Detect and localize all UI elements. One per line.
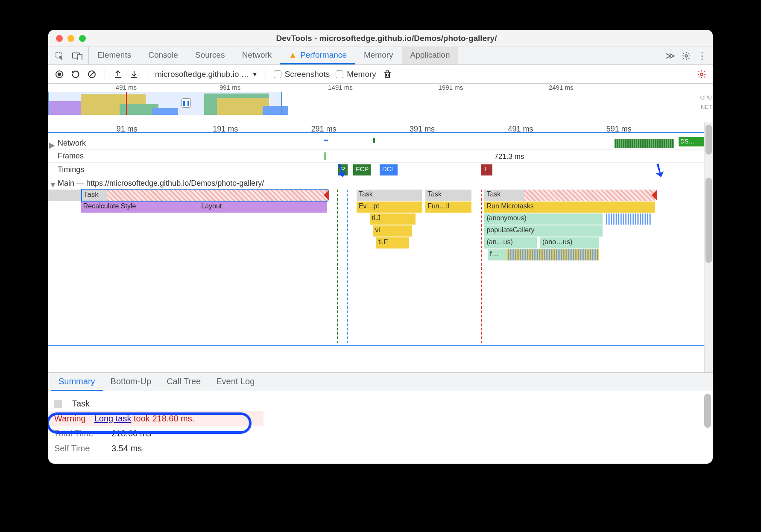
flame-chart[interactable]: 91 ms 191 ms 291 ms 391 ms 491 ms 591 ms… — [48, 122, 704, 372]
collapse-icon: ▼ — [49, 181, 57, 190]
settings-gear-icon[interactable] — [681, 51, 691, 61]
ds-bar: DS… — [679, 137, 704, 146]
more-tabs-icon[interactable]: ≫ — [665, 50, 675, 61]
flame-bar[interactable]: Task — [357, 190, 422, 201]
main-track-header[interactable]: ▼ Main — https://microsoftedge.github.io… — [48, 177, 704, 190]
device-toolbar-icon[interactable] — [72, 51, 82, 61]
tab-network[interactable]: Network — [234, 47, 281, 64]
tab-summary[interactable]: Summary — [51, 373, 103, 391]
tab-performance[interactable]: ▲ Performance — [280, 47, 355, 64]
close-window-button[interactable] — [56, 35, 63, 42]
inspect-element-icon[interactable] — [54, 51, 64, 61]
svg-point-5 — [58, 73, 61, 76]
flame-bar[interactable]: Ev…pt — [357, 202, 422, 213]
scrollbar-thumb[interactable] — [705, 178, 712, 263]
flame-bar[interactable]: ti.F — [376, 237, 409, 248]
warning-icon: ▲ — [289, 50, 297, 60]
details-tabbar: Summary Bottom-Up Call Tree Event Log — [48, 372, 713, 391]
flame-bar[interactable]: Fun…ll — [425, 202, 471, 213]
download-profile-icon[interactable] — [129, 69, 139, 79]
tab-event-log[interactable]: Event Log — [208, 373, 262, 391]
expand-icon: ▶ — [49, 140, 55, 150]
timeline-overview[interactable]: 491 ms 991 ms 1491 ms 1991 ms 2491 ms ❚❚… — [48, 84, 713, 122]
zoom-window-button[interactable] — [79, 35, 86, 42]
net-label: NET — [700, 102, 712, 112]
flame-bar[interactable]: (an…us) — [484, 237, 537, 248]
task-name: Task — [72, 399, 90, 409]
performance-toolbar: microsoftedge.github.io …▼ Screenshots M… — [48, 65, 713, 84]
scrollbar-thumb[interactable] — [704, 394, 711, 428]
capture-settings-icon[interactable] — [697, 69, 707, 79]
flame-bar[interactable]: vi — [373, 225, 412, 237]
traffic-lights — [48, 35, 86, 42]
flame-bar[interactable]: (ano…us) — [540, 237, 599, 248]
kebab-menu-icon[interactable]: ⋮ — [697, 50, 707, 61]
svg-line-7 — [89, 72, 94, 77]
tab-elements[interactable]: Elements — [89, 47, 140, 64]
time-ruler: 91 ms 191 ms 291 ms 391 ms 491 ms 591 ms — [48, 122, 704, 137]
long-task-stripe[interactable] — [107, 190, 327, 201]
flame-bar[interactable]: Task — [484, 190, 524, 201]
network-track-header[interactable]: ▶ Network DS… — [48, 137, 704, 149]
vertical-scrollbar[interactable] — [704, 122, 713, 372]
flame-bar[interactable]: Layout — [199, 202, 327, 213]
flame-bar[interactable]: (anonymous) — [484, 213, 602, 225]
screenshots-checkbox[interactable]: Screenshots — [274, 70, 330, 79]
task-swatch-icon — [54, 400, 62, 408]
tab-memory[interactable]: Memory — [355, 47, 402, 64]
tab-console[interactable]: Console — [140, 47, 187, 64]
upload-profile-icon[interactable] — [113, 69, 123, 79]
minimize-window-button[interactable] — [67, 35, 74, 42]
flame-bar[interactable]: Run Microtasks — [484, 202, 655, 213]
cpu-label: CPU — [700, 93, 712, 102]
tab-bottom-up[interactable]: Bottom-Up — [103, 373, 159, 391]
flame-bar[interactable]: f… — [488, 249, 507, 260]
tab-call-tree[interactable]: Call Tree — [159, 373, 208, 391]
scrollbar-thumb[interactable] — [705, 125, 712, 155]
flame-bar[interactable]: ti.J — [370, 213, 416, 225]
garbage-collect-icon[interactable] — [382, 69, 392, 79]
flame-bar[interactable]: Task — [425, 190, 471, 201]
window-title: DevTools - microsoftedge.github.io/Demos… — [86, 34, 713, 43]
devtools-window: DevTools - microsoftedge.github.io/Demos… — [48, 30, 713, 464]
frames-track-header[interactable]: Frames — [48, 149, 704, 162]
timings-track-header[interactable]: Timings 721.3 ms P FCP DCL L — [48, 162, 704, 177]
titlebar: DevTools - microsoftedge.github.io/Demos… — [48, 30, 713, 47]
devtools-tabbar: Elements Console Sources Network ▲ Perfo… — [48, 47, 713, 65]
clear-button[interactable] — [87, 69, 97, 79]
tab-application[interactable]: Application — [402, 47, 459, 64]
svg-rect-2 — [78, 54, 82, 60]
svg-point-3 — [685, 55, 688, 57]
flame-bar[interactable]: populateGallery — [484, 225, 602, 237]
warning-row: Warning Long task took 218.60 ms. — [50, 411, 263, 426]
pause-marker-icon[interactable]: ❚❚ — [181, 98, 191, 108]
record-button[interactable] — [54, 69, 64, 79]
reload-record-button[interactable] — [70, 69, 81, 79]
long-task-stripe[interactable] — [524, 190, 655, 201]
tab-sources[interactable]: Sources — [187, 47, 234, 64]
long-task-link[interactable]: Long task — [94, 414, 132, 423]
flame-bar[interactable]: Recalculate Style — [81, 202, 199, 213]
memory-checkbox[interactable]: Memory — [336, 70, 376, 79]
svg-point-8 — [700, 73, 703, 76]
summary-panel: Task Warning Long task took 218.60 ms. T… — [48, 391, 713, 464]
recording-selector[interactable]: microsoftedge.github.io …▼ — [155, 70, 258, 79]
